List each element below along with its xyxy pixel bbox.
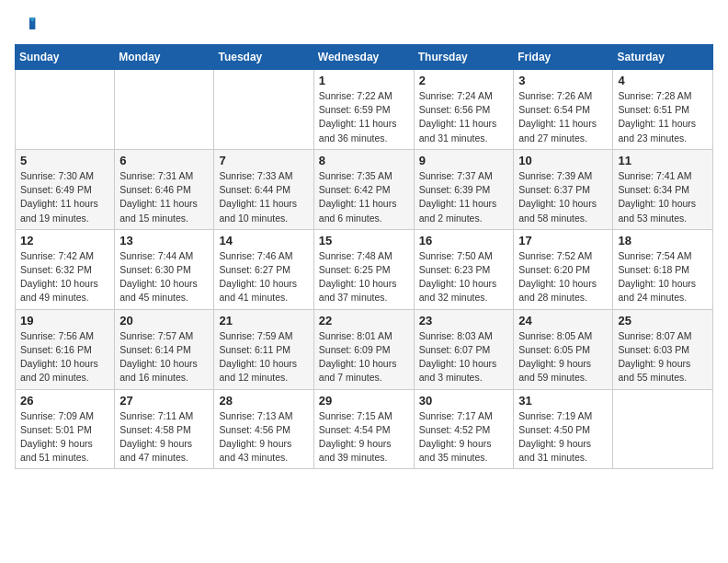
day-number: 1 (319, 74, 409, 87)
day-info: Sunrise: 7:42 AM Sunset: 6:32 PM Dayligh… (20, 249, 109, 305)
day-number: 3 (518, 74, 608, 87)
day-info: Sunrise: 7:19 AM Sunset: 4:50 PM Dayligh… (518, 409, 608, 465)
day-number: 4 (618, 74, 708, 87)
day-number: 22 (319, 314, 409, 327)
day-number: 17 (518, 234, 608, 247)
day-info: Sunrise: 7:15 AM Sunset: 4:54 PM Dayligh… (319, 409, 409, 465)
day-info: Sunrise: 7:41 AM Sunset: 6:34 PM Dayligh… (618, 169, 708, 225)
calendar-cell (16, 70, 115, 150)
calendar-cell: 20Sunrise: 7:57 AM Sunset: 6:14 PM Dayli… (115, 309, 214, 389)
day-number: 18 (618, 234, 708, 247)
calendar-cell: 11Sunrise: 7:41 AM Sunset: 6:34 PM Dayli… (613, 149, 713, 229)
page-header (15, 15, 713, 37)
calendar-cell: 3Sunrise: 7:26 AM Sunset: 6:54 PM Daylig… (514, 70, 613, 150)
calendar-week-1: 1Sunrise: 7:22 AM Sunset: 6:59 PM Daylig… (16, 70, 713, 150)
day-number: 29 (319, 394, 409, 408)
calendar-cell: 19Sunrise: 7:56 AM Sunset: 6:16 PM Dayli… (16, 309, 115, 389)
day-number: 30 (419, 394, 509, 408)
calendar-cell: 28Sunrise: 7:13 AM Sunset: 4:56 PM Dayli… (214, 389, 313, 469)
day-info: Sunrise: 8:03 AM Sunset: 6:07 PM Dayligh… (419, 329, 509, 385)
day-info: Sunrise: 7:09 AM Sunset: 5:01 PM Dayligh… (20, 409, 109, 465)
day-info: Sunrise: 7:59 AM Sunset: 6:11 PM Dayligh… (219, 329, 308, 385)
day-number: 28 (219, 394, 308, 408)
calendar-week-5: 26Sunrise: 7:09 AM Sunset: 5:01 PM Dayli… (16, 389, 713, 469)
day-number: 6 (119, 154, 209, 167)
day-number: 5 (20, 154, 109, 167)
day-info: Sunrise: 7:50 AM Sunset: 6:23 PM Dayligh… (419, 249, 509, 305)
day-info: Sunrise: 7:26 AM Sunset: 6:54 PM Dayligh… (518, 89, 608, 145)
calendar-cell: 25Sunrise: 8:07 AM Sunset: 6:03 PM Dayli… (613, 309, 713, 389)
day-info: Sunrise: 7:11 AM Sunset: 4:58 PM Dayligh… (119, 409, 209, 465)
day-info: Sunrise: 7:28 AM Sunset: 6:51 PM Dayligh… (618, 89, 708, 145)
day-number: 10 (518, 154, 608, 167)
day-info: Sunrise: 7:35 AM Sunset: 6:42 PM Dayligh… (319, 169, 409, 225)
day-number: 12 (20, 234, 109, 247)
day-info: Sunrise: 7:54 AM Sunset: 6:18 PM Dayligh… (618, 249, 708, 305)
calendar-header: SundayMondayTuesdayWednesdayThursdayFrid… (16, 45, 713, 70)
day-info: Sunrise: 7:24 AM Sunset: 6:56 PM Dayligh… (419, 89, 509, 145)
day-number: 21 (219, 314, 308, 327)
calendar-cell: 6Sunrise: 7:31 AM Sunset: 6:46 PM Daylig… (115, 149, 214, 229)
day-info: Sunrise: 7:33 AM Sunset: 6:44 PM Dayligh… (219, 169, 308, 225)
day-number: 11 (618, 154, 708, 167)
weekday-header-thursday: Thursday (414, 45, 514, 70)
calendar-cell: 24Sunrise: 8:05 AM Sunset: 6:05 PM Dayli… (514, 309, 613, 389)
calendar-cell: 29Sunrise: 7:15 AM Sunset: 4:54 PM Dayli… (313, 389, 414, 469)
day-info: Sunrise: 7:46 AM Sunset: 6:27 PM Dayligh… (219, 249, 308, 305)
weekday-header-monday: Monday (115, 45, 214, 70)
calendar-cell (214, 70, 313, 150)
day-info: Sunrise: 7:56 AM Sunset: 6:16 PM Dayligh… (20, 329, 109, 385)
calendar-cell: 23Sunrise: 8:03 AM Sunset: 6:07 PM Dayli… (414, 309, 514, 389)
calendar-cell (613, 389, 713, 469)
weekday-header-wednesday: Wednesday (313, 45, 414, 70)
calendar-cell: 13Sunrise: 7:44 AM Sunset: 6:30 PM Dayli… (115, 229, 214, 309)
calendar-cell (115, 70, 214, 150)
day-info: Sunrise: 7:31 AM Sunset: 6:46 PM Dayligh… (119, 169, 209, 225)
calendar-cell: 5Sunrise: 7:30 AM Sunset: 6:49 PM Daylig… (16, 149, 115, 229)
day-number: 20 (119, 314, 209, 327)
calendar-cell: 21Sunrise: 7:59 AM Sunset: 6:11 PM Dayli… (214, 309, 313, 389)
calendar-cell: 9Sunrise: 7:37 AM Sunset: 6:39 PM Daylig… (414, 149, 514, 229)
weekday-header-sunday: Sunday (16, 45, 115, 70)
calendar-cell: 8Sunrise: 7:35 AM Sunset: 6:42 PM Daylig… (313, 149, 414, 229)
day-number: 23 (419, 314, 509, 327)
weekday-row: SundayMondayTuesdayWednesdayThursdayFrid… (16, 45, 713, 70)
day-number: 13 (119, 234, 209, 247)
calendar-week-3: 12Sunrise: 7:42 AM Sunset: 6:32 PM Dayli… (16, 229, 713, 309)
calendar-cell: 4Sunrise: 7:28 AM Sunset: 6:51 PM Daylig… (613, 70, 713, 150)
calendar-table: SundayMondayTuesdayWednesdayThursdayFrid… (15, 44, 713, 469)
calendar-cell: 1Sunrise: 7:22 AM Sunset: 6:59 PM Daylig… (313, 70, 414, 150)
calendar-cell: 2Sunrise: 7:24 AM Sunset: 6:56 PM Daylig… (414, 70, 514, 150)
day-number: 19 (20, 314, 109, 327)
day-info: Sunrise: 7:39 AM Sunset: 6:37 PM Dayligh… (518, 169, 608, 225)
day-number: 2 (419, 74, 509, 87)
day-info: Sunrise: 8:05 AM Sunset: 6:05 PM Dayligh… (518, 329, 608, 385)
calendar-body: 1Sunrise: 7:22 AM Sunset: 6:59 PM Daylig… (16, 70, 713, 469)
weekday-header-tuesday: Tuesday (214, 45, 313, 70)
day-info: Sunrise: 7:30 AM Sunset: 6:49 PM Dayligh… (20, 169, 109, 225)
calendar-cell: 22Sunrise: 8:01 AM Sunset: 6:09 PM Dayli… (313, 309, 414, 389)
logo (15, 15, 40, 37)
day-number: 15 (319, 234, 409, 247)
day-number: 8 (319, 154, 409, 167)
calendar-cell: 14Sunrise: 7:46 AM Sunset: 6:27 PM Dayli… (214, 229, 313, 309)
calendar-cell: 30Sunrise: 7:17 AM Sunset: 4:52 PM Dayli… (414, 389, 514, 469)
day-number: 16 (419, 234, 509, 247)
calendar-cell: 15Sunrise: 7:48 AM Sunset: 6:25 PM Dayli… (313, 229, 414, 309)
calendar-cell: 7Sunrise: 7:33 AM Sunset: 6:44 PM Daylig… (214, 149, 313, 229)
calendar-cell: 12Sunrise: 7:42 AM Sunset: 6:32 PM Dayli… (16, 229, 115, 309)
day-info: Sunrise: 7:37 AM Sunset: 6:39 PM Dayligh… (419, 169, 509, 225)
calendar-cell: 26Sunrise: 7:09 AM Sunset: 5:01 PM Dayli… (16, 389, 115, 469)
day-info: Sunrise: 7:13 AM Sunset: 4:56 PM Dayligh… (219, 409, 308, 465)
weekday-header-friday: Friday (514, 45, 613, 70)
calendar-week-2: 5Sunrise: 7:30 AM Sunset: 6:49 PM Daylig… (16, 149, 713, 229)
weekday-header-saturday: Saturday (613, 45, 713, 70)
day-number: 31 (518, 394, 608, 408)
day-number: 27 (119, 394, 209, 408)
day-info: Sunrise: 7:17 AM Sunset: 4:52 PM Dayligh… (419, 409, 509, 465)
day-number: 25 (618, 314, 708, 327)
day-info: Sunrise: 7:44 AM Sunset: 6:30 PM Dayligh… (119, 249, 209, 305)
calendar-week-4: 19Sunrise: 7:56 AM Sunset: 6:16 PM Dayli… (16, 309, 713, 389)
calendar-cell: 18Sunrise: 7:54 AM Sunset: 6:18 PM Dayli… (613, 229, 713, 309)
calendar-cell: 16Sunrise: 7:50 AM Sunset: 6:23 PM Dayli… (414, 229, 514, 309)
